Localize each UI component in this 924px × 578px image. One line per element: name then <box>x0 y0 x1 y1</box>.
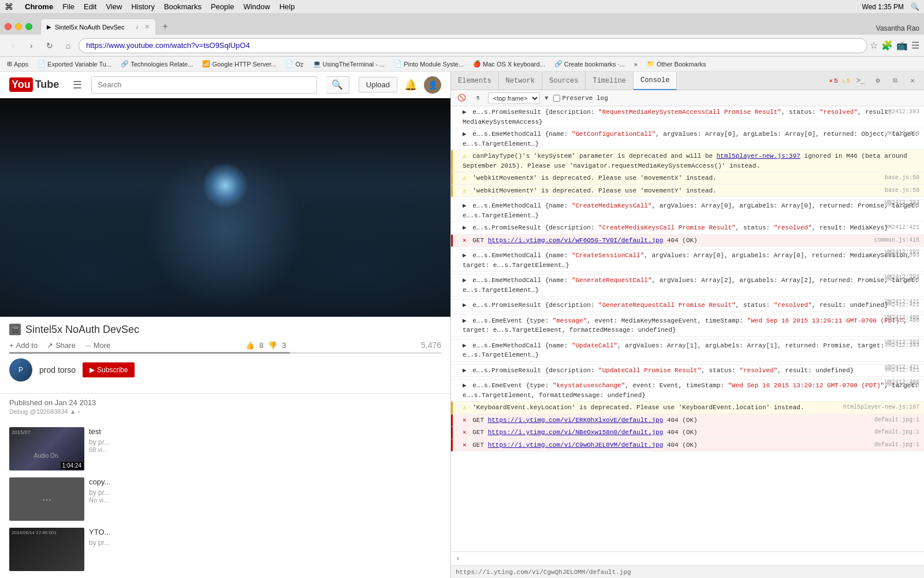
lineref-14: VM2412:406 <box>885 381 919 390</box>
home-button[interactable]: ⌂ <box>60 38 76 54</box>
console-entry-12: ▶ e….s.EmeMethodCall {name: "UpdateCall"… <box>451 340 924 362</box>
expand-icon-9[interactable]: ▶ <box>463 277 467 284</box>
menu-help[interactable]: Help <box>280 2 295 11</box>
expand-icon-10[interactable]: ▶ <box>463 302 467 309</box>
close-button[interactable] <box>5 23 12 30</box>
channel-avatar[interactable]: P <box>9 358 32 381</box>
bookmark-star-icon[interactable]: ☆ <box>870 40 878 51</box>
preserve-log-label[interactable]: Preserve log <box>553 95 608 102</box>
expand-icon-1[interactable]: ▶ <box>463 131 467 138</box>
bookmark-google-http[interactable]: 📶 Google HTTP Server... <box>200 59 278 69</box>
get-link-17[interactable]: https://i.ytimg.com/vi/NBeOxw158n0/defau… <box>488 429 664 436</box>
warn-icon-4: ⚠ <box>463 187 467 194</box>
bookmark-oz[interactable]: 📄 Oz <box>283 59 305 69</box>
settings-icon[interactable]: ☰ <box>911 40 919 51</box>
lineref-16: default.jpg:1 <box>874 416 919 424</box>
bookmark-terminal[interactable]: 💻 UsingTheTerminal - ... <box>311 59 388 69</box>
console-entry-9: ▶ e….s.EmeMethodCall {name: "GenerateReq… <box>451 275 924 297</box>
menu-chrome[interactable]: Chrome <box>25 2 53 11</box>
bookmark-other[interactable]: 📁 Other Bookmarks <box>644 59 709 69</box>
menu-history[interactable]: History <box>131 2 154 11</box>
apple-menu[interactable]: ⌘ <box>5 2 13 12</box>
back-button[interactable]: ‹ <box>5 38 21 54</box>
related-video-2[interactable]: ··· copy... by pr... No vi... <box>9 475 441 523</box>
forward-button[interactable]: › <box>23 38 39 54</box>
link-2[interactable]: html5player-new.js:397 <box>717 153 800 160</box>
console-input[interactable] <box>464 555 919 562</box>
get-link-18[interactable]: https://i.ytimg.com/vi/C9wQhJEL0VM/defau… <box>488 442 664 449</box>
expand-icon-5[interactable]: ▶ <box>463 202 467 209</box>
preserve-log-checkbox[interactable] <box>553 95 560 102</box>
menu-view[interactable]: View <box>106 2 122 11</box>
devtools-dock-icon[interactable]: ⊡ <box>888 74 902 88</box>
devtools-tab-elements[interactable]: Elements <box>451 72 499 90</box>
menu-bookmarks[interactable]: Bookmarks <box>164 2 202 11</box>
bookmark-more[interactable]: » <box>632 60 640 69</box>
apps-icon: ⊞ <box>7 60 12 68</box>
youtube-search-button[interactable]: 🔍 <box>326 76 349 94</box>
console-filter-icon[interactable]: ⚗ <box>472 92 483 104</box>
youtube-search-input[interactable] <box>91 76 316 94</box>
expand-icon-12[interactable]: ▶ <box>463 342 467 349</box>
bookmark-pinto[interactable]: 📄 Pinto Module Syste... <box>392 59 466 69</box>
rv-duration-1: 1:04:24 <box>61 462 83 469</box>
active-tab[interactable]: ▶ Sintel5x NoAuth DevSec ♪ ✕ <box>40 18 156 35</box>
extensions-icon[interactable]: 🧩 <box>881 40 893 51</box>
lineref-8: VM2412:393 <box>885 251 919 260</box>
like-dislike: 👍 8 👎 3 <box>245 341 286 350</box>
bookmark-macosx[interactable]: 🍎 Mac OS X keyboard... <box>471 59 547 69</box>
menu-file[interactable]: File <box>62 2 74 11</box>
channel-name[interactable]: prod torso <box>39 365 76 375</box>
devtools-settings-icon[interactable]: ⚙ <box>871 74 885 88</box>
more-button[interactable]: ··· More <box>85 341 110 350</box>
bookmark-apps-label: Apps <box>14 61 28 68</box>
video-player[interactable] <box>0 98 450 317</box>
devtools-tab-network[interactable]: Network <box>499 72 542 90</box>
address-input[interactable] <box>79 38 867 53</box>
bookmark-create[interactable]: 🔗 Create bookmarks ·... <box>552 59 627 69</box>
like-button[interactable]: 👍 <box>245 341 255 350</box>
related-video-1[interactable]: 2015/07 Audio On. 1:04:24 test by pr... … <box>9 425 441 473</box>
devtools-tab-timeline[interactable]: Timeline <box>586 72 634 90</box>
console-clear-icon[interactable]: 🚫 <box>456 92 467 104</box>
reload-button[interactable]: ↻ <box>42 38 58 54</box>
devtools-tab-console[interactable]: Console <box>634 72 677 90</box>
frame-selector[interactable]: <top frame> <box>488 92 540 104</box>
devtools-tab-sources[interactable]: Sources <box>542 72 586 90</box>
dislike-button[interactable]: 👎 <box>268 341 277 350</box>
youtube-user-avatar[interactable]: 👤 <box>424 76 441 94</box>
menu-search-icon[interactable]: 🔍 <box>911 3 919 11</box>
devtools-close-icon[interactable]: ✕ <box>906 74 919 88</box>
youtube-notifications-icon[interactable]: 🔔 <box>404 79 417 91</box>
expand-icon-6[interactable]: ▶ <box>463 224 467 231</box>
bookmark-apps[interactable]: ⊞ Apps <box>5 59 31 69</box>
tab-close-button[interactable]: ✕ <box>144 23 150 31</box>
add-to-button[interactable]: + Add to <box>9 341 38 350</box>
expand-icon-8[interactable]: ▶ <box>463 252 467 259</box>
bookmark-technologies[interactable]: 🔗 Technologies Relate... <box>118 59 195 69</box>
youtube-menu-icon[interactable]: ☰ <box>73 79 82 91</box>
menu-people[interactable]: People <box>211 2 234 11</box>
share-button[interactable]: ↗ Share <box>47 341 76 350</box>
bookmarks-bar: ⊞ Apps 📄 Exported Variable Tu... 🔗 Techn… <box>0 57 924 72</box>
get-link-16[interactable]: https://i.ytimg.com/vi/ERK0hXlxovE/defau… <box>488 417 664 424</box>
youtube-upload-button[interactable]: Upload <box>359 77 397 92</box>
expand-icon-14[interactable]: ▶ <box>463 382 467 389</box>
chromecast-icon[interactable]: 📺 <box>896 40 908 51</box>
expand-icon-13[interactable]: ▶ <box>463 367 467 374</box>
minimize-button[interactable] <box>15 23 22 30</box>
expand-icon-0[interactable]: ▶ <box>463 109 467 116</box>
menu-edit[interactable]: Edit <box>84 2 96 11</box>
devtools-cmd-icon[interactable]: >_ <box>854 74 867 88</box>
bookmark-more-label: » <box>634 61 638 68</box>
get-link-7[interactable]: https://i.ytimg.com/vi/wF6Q5G-TV0I/defau… <box>488 237 664 244</box>
console-entry-17: ✕ GET https://i.ytimg.com/vi/NBeOxw158n0… <box>451 427 924 439</box>
expand-icon-11[interactable]: ▶ <box>463 317 467 324</box>
subscribe-button[interactable]: ▶ Subscribe <box>83 362 135 377</box>
related-video-3[interactable]: 2014/06/14 17:46:001 YTO... by pr... <box>9 525 441 573</box>
new-tab-button[interactable]: + <box>157 18 173 35</box>
maximize-button[interactable] <box>25 23 32 30</box>
menu-window[interactable]: Window <box>243 2 270 11</box>
youtube-logo[interactable]: YouTube <box>9 77 59 92</box>
bookmark-exported-variable[interactable]: 📄 Exported Variable Tu... <box>35 59 114 69</box>
